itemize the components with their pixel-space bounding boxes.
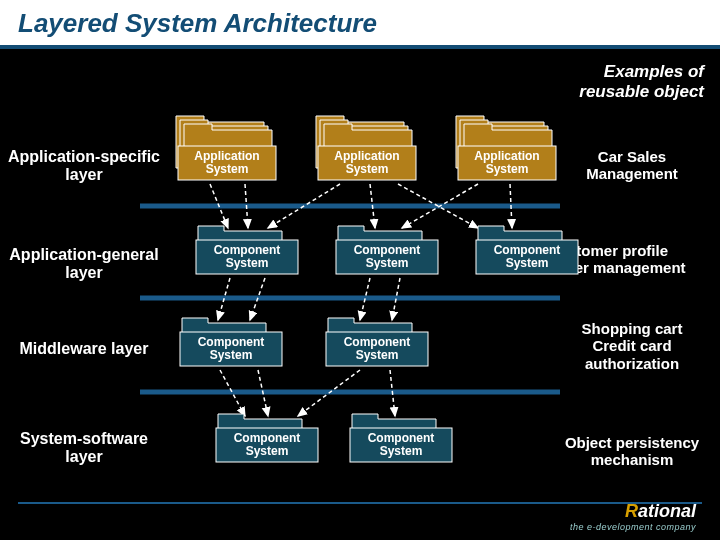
- architecture-diagram: ApplicationSystem ApplicationSystem Appl…: [0, 0, 720, 540]
- comp-general-1: ComponentSystem: [196, 226, 298, 274]
- brand-prefix: R: [625, 501, 638, 521]
- app-box-3: ApplicationSystem: [456, 116, 556, 180]
- dep-arrow: [510, 184, 512, 228]
- comp-middleware-1: ComponentSystem: [180, 318, 282, 366]
- comp-system-1: ComponentSystem: [216, 414, 318, 462]
- comp-system-2: ComponentSystem: [350, 414, 452, 462]
- comp-middleware-2: ComponentSystem: [326, 318, 428, 366]
- app-box-2: ApplicationSystem: [316, 116, 416, 180]
- footer: Rational the e-development company: [570, 501, 696, 532]
- app-box-1: ApplicationSystem: [176, 116, 276, 180]
- comp-general-3: ComponentSystem: [476, 226, 578, 274]
- comp-general-2: ComponentSystem: [336, 226, 438, 274]
- brand-logo: Rational: [570, 501, 696, 522]
- brand-rest: ational: [638, 501, 696, 521]
- brand-tagline: the e-development company: [570, 522, 696, 532]
